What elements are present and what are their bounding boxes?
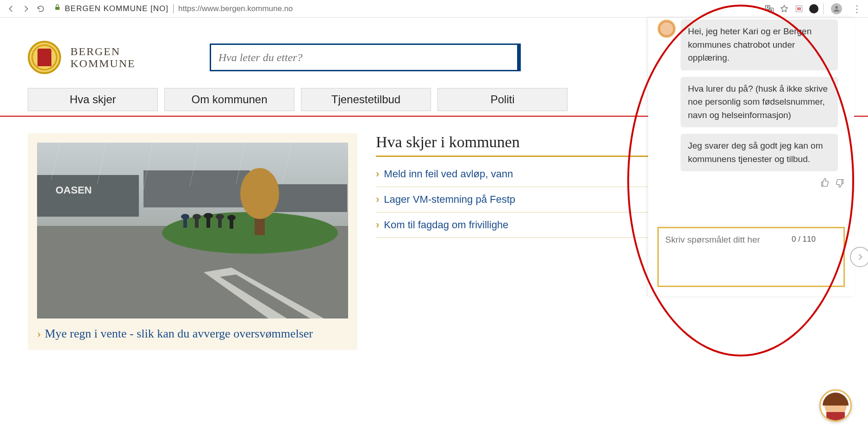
chat-message-row: Jeg svarer deg så godt jeg kan om kommun…	[681, 134, 845, 171]
logo-line2: KOMMUNE	[70, 57, 136, 69]
divider	[823, 3, 824, 14]
search-input[interactable]	[219, 51, 510, 64]
chevron-right-icon: ›	[37, 327, 41, 341]
chat-toggle-button[interactable]	[819, 389, 852, 422]
browser-toolbar: BERGEN KOMMUNE [NO] https://www.bergen.k…	[0, 0, 868, 18]
bot-avatar-icon	[657, 19, 676, 38]
svg-rect-25	[230, 219, 233, 229]
hero-headline-text: Mye regn i vente - slik kan du avverge o…	[45, 327, 313, 341]
svg-rect-0	[55, 7, 59, 10]
site-logo-text[interactable]: BERGEN KOMMUNE	[70, 45, 136, 70]
thumbs-down-icon[interactable]	[835, 178, 845, 190]
svg-rect-23	[218, 218, 222, 228]
translate-icon[interactable]	[764, 3, 775, 14]
site-identity: BERGEN KOMMUNE [NO]	[65, 4, 169, 13]
profile-avatar[interactable]	[831, 3, 842, 14]
back-button[interactable]	[4, 1, 19, 16]
menu-button[interactable]: ⋮	[849, 1, 864, 16]
news-link-text: Lager VM-stemning på Festp	[384, 194, 515, 206]
svg-rect-19	[195, 218, 199, 228]
svg-point-13	[240, 168, 279, 219]
chat-bubble: Jeg svarer deg så godt jeg kan om kommun…	[681, 134, 838, 171]
chat-widget: Hei, jeg heter Kari og er Bergen kommune…	[648, 18, 854, 296]
city-seal-icon[interactable]	[28, 41, 61, 74]
chat-message-row: Hei, jeg heter Kari og er Bergen kommune…	[657, 19, 845, 70]
divider	[173, 4, 174, 13]
chevron-right-icon: ›	[376, 219, 379, 231]
reload-button[interactable]	[33, 1, 48, 16]
nav-tjenestetilbud[interactable]: Tjenestetilbud	[301, 88, 431, 111]
logo-line1: BERGEN	[70, 45, 136, 57]
search-box[interactable]	[210, 44, 521, 71]
thumbs-up-icon[interactable]	[820, 178, 830, 190]
news-link-text: Meld inn feil ved avløp, vann	[384, 168, 513, 180]
chat-messages: Hei, jeg heter Kari og er Bergen kommune…	[657, 18, 845, 190]
address-bar[interactable]: BERGEN KOMMUNE [NO] https://www.bergen.k…	[48, 2, 764, 15]
lock-icon	[54, 4, 61, 13]
chat-input[interactable]	[665, 235, 806, 279]
hero-card[interactable]: OASEN ›	[28, 133, 357, 350]
svg-rect-21	[206, 217, 210, 228]
extension-icon[interactable]	[808, 3, 819, 14]
nav-politikk[interactable]: Politi	[437, 88, 568, 111]
chat-message-row: Hva lurer du på? (husk å ikke skrive noe…	[681, 77, 845, 128]
url-text: https://www.bergen.kommune.no	[178, 4, 293, 13]
star-icon[interactable]	[779, 3, 790, 14]
feedback-buttons	[657, 178, 845, 190]
chevron-right-icon: ›	[376, 194, 379, 206]
svg-point-4	[835, 6, 838, 9]
nav-om-kommunen[interactable]: Om kommunen	[164, 88, 294, 111]
svg-rect-17	[183, 218, 187, 228]
forward-button[interactable]	[19, 1, 33, 16]
nav-hva-skjer[interactable]: Hva skjer	[28, 88, 158, 111]
hero-image: OASEN	[37, 143, 348, 319]
svg-text:OASEN: OASEN	[56, 184, 92, 196]
svg-rect-8	[144, 170, 250, 207]
chat-bubble: Hva lurer du på? (husk å ikke skrive noe…	[681, 77, 838, 128]
chat-input-box[interactable]: 0 / 110	[657, 227, 845, 287]
hero-headline-link[interactable]: › Mye regn i vente - slik kan du avverge…	[37, 327, 348, 341]
extension-mcafee-icon[interactable]	[793, 3, 805, 14]
svg-rect-3	[796, 6, 802, 12]
news-link-text: Kom til fagdag om frivillighe	[384, 219, 508, 231]
char-counter: 0 / 110	[792, 235, 816, 244]
send-button[interactable]	[850, 247, 868, 267]
chat-bubble: Hei, jeg heter Kari og er Bergen kommune…	[681, 19, 838, 70]
svg-rect-7	[37, 175, 139, 217]
chevron-right-icon: ›	[376, 168, 379, 180]
